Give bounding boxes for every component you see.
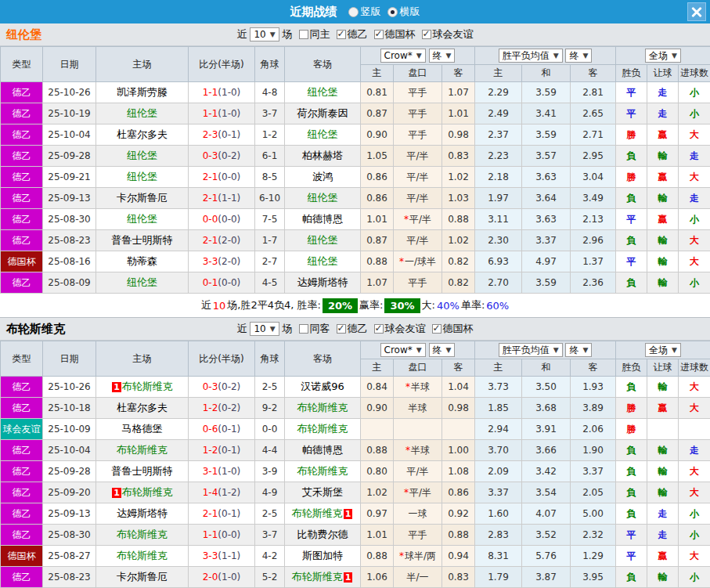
team-name-text: 波鸿 — [312, 171, 333, 182]
filter-same-away[interactable]: 同客 — [299, 322, 330, 336]
close-button[interactable] — [687, 2, 706, 21]
filter-same-home[interactable]: 同主 — [299, 27, 330, 41]
checkbox-icon[interactable] — [299, 324, 308, 334]
asian-final-select[interactable]: 终▼ — [429, 49, 456, 63]
filter-league-1[interactable]: 德乙 — [337, 322, 368, 336]
asian-home-odds-cell: 0.84 — [361, 377, 394, 398]
euro-away-odds-cell: 5.00 — [571, 503, 616, 525]
layout-option-horizontal[interactable]: 横版 — [387, 5, 420, 19]
checkbox-icon[interactable] — [299, 30, 308, 39]
live-line-star-icon: * — [399, 256, 404, 267]
score-cell: 2-1(0-1) — [189, 503, 255, 525]
winloss-result-cell: 平 — [616, 546, 647, 567]
match-date-cell: 25-10-19 — [43, 103, 96, 124]
goals-result-cell: 大 — [679, 461, 710, 482]
filter-league-2[interactable]: 德国杯 — [374, 27, 416, 41]
corner-score-cell: 1-7 — [255, 230, 285, 251]
goals-result-cell: 大 — [679, 230, 710, 251]
checkbox-icon[interactable] — [374, 30, 384, 39]
radio-unchecked-icon[interactable] — [348, 7, 359, 17]
asian-line-cell: *一/球半 — [394, 251, 442, 272]
euro-final-select[interactable]: 终▼ — [565, 49, 592, 63]
subcol-asian-line: 盘口 — [394, 359, 442, 377]
match-date-cell: 25-10-26 — [43, 82, 96, 103]
winloss-result-cell: 平 — [616, 251, 647, 272]
result-group-header: 全场▼ — [616, 341, 710, 359]
asian-away-odds-cell: 0.88 — [442, 525, 475, 546]
match-row: 德乙25-09-28普鲁士明斯特3-1(1-0)3-9布轮斯维克0.80平/半1… — [1, 461, 710, 482]
checkbox-icon[interactable] — [337, 30, 346, 39]
filter-league-3[interactable]: 球会友谊 — [422, 27, 474, 41]
match-count-select[interactable]: 10 ▼ — [250, 27, 279, 41]
filter-league-1[interactable]: 德乙 — [337, 27, 368, 41]
euro-away-odds-cell: 2.05 — [571, 482, 616, 503]
score-cell: 1-2(0-1) — [189, 440, 255, 461]
goals-result-cell: 大 — [679, 124, 710, 146]
corner-score-cell: 4-5 — [255, 272, 285, 294]
home-team-cell: 纽伦堡 — [96, 146, 189, 167]
asian-home-odds-cell: 0.97 — [361, 503, 394, 525]
filter-league-2[interactable]: 球会友谊 — [374, 322, 426, 336]
asian-home-odds-cell: 1.06 — [361, 567, 394, 588]
match-row: 德乙25-09-201布轮斯维克1-4(1-2)4-9艾禾斯堡1.02*平/半0… — [1, 482, 710, 503]
match-date-cell: 25-10-18 — [43, 398, 96, 419]
euro-draw-odds-cell: 4.97 — [522, 251, 571, 272]
away-team-cell: 荷尔斯泰因 — [285, 103, 361, 124]
red-card-badge: 1 — [112, 382, 121, 392]
subcol-euro-draw: 和 — [522, 65, 571, 82]
checkbox-icon[interactable] — [337, 324, 346, 334]
asian-line-cell: *半球 — [394, 377, 442, 398]
euro-home-odds-cell: 1.85 — [475, 398, 522, 419]
checkbox-icon[interactable] — [432, 324, 441, 334]
match-count-select[interactable]: 10 ▼ — [250, 322, 279, 336]
score-cell: 2-1(1-1) — [189, 188, 255, 209]
match-date-cell: 25-10-09 — [43, 419, 96, 440]
asian-home-odds-cell: 1.01 — [361, 209, 394, 230]
col-header-home: 主场 — [96, 47, 189, 82]
near-label: 近 — [236, 322, 247, 336]
team-name-text: 荷尔斯泰因 — [297, 107, 348, 119]
asian-odds-group-header: Crow*▼ 终▼ — [361, 341, 475, 359]
euro-odds-group-header: 胜平负均值▼ 终▼ — [475, 47, 616, 65]
match-row: 德乙25-08-23普鲁士明斯特2-1(2-0)1-7纽伦堡0.87平/半1.0… — [1, 230, 710, 251]
col-header-score: 比分(半场) — [189, 341, 255, 377]
away-team-cell: 汉诺威96 — [285, 377, 361, 398]
handicap-result-cell: 輸 — [647, 377, 679, 398]
euro-odds-select[interactable]: 胜平负均值▼ — [499, 49, 563, 63]
euro-draw-odds-cell: 3.54 — [522, 482, 571, 503]
winloss-result-cell: 平 — [616, 82, 647, 103]
euro-away-odds-cell: 2.13 — [571, 209, 616, 230]
asian-line-cell: 半/一 — [394, 567, 442, 588]
match-date-cell: 25-08-27 — [43, 546, 96, 567]
score-cell: 1-2(0-2) — [189, 398, 255, 419]
team-name-text: 布轮斯维克 — [117, 528, 168, 540]
euro-odds-select[interactable]: 胜平负均值▼ — [499, 343, 563, 357]
match-count-value: 10 — [254, 29, 265, 40]
away-team-cell: 布轮斯维克 — [285, 398, 361, 419]
away-team-cell: 帕德博恩 — [285, 440, 361, 461]
team-name-text: 纽伦堡 — [308, 192, 338, 204]
scope-select[interactable]: 全场▼ — [645, 49, 681, 63]
match-type-cell: 德乙 — [1, 82, 43, 103]
corner-score-cell: 6-10 — [255, 188, 285, 209]
match-row: 德乙25-10-04布轮斯维克1-2(0-1)4-4帕德博恩0.88*半球1.0… — [1, 440, 710, 461]
asian-line-cell: 平/半 — [394, 188, 442, 209]
score-cell: 2-0(1-0) — [189, 567, 255, 588]
euro-final-select[interactable]: 终▼ — [565, 343, 592, 357]
score-cell: 3-1(1-0) — [189, 461, 255, 482]
layout-option-vertical[interactable]: 竖版 — [348, 5, 381, 19]
match-date-cell: 25-09-28 — [43, 461, 96, 482]
checkbox-icon[interactable] — [422, 30, 431, 39]
euro-draw-odds-cell: 3.59 — [522, 124, 571, 146]
radio-checked-icon[interactable] — [387, 7, 398, 17]
filter-league-3[interactable]: 德国杯 — [432, 322, 474, 336]
bookmaker-select[interactable]: Crow*▼ — [380, 49, 426, 63]
bookmaker-select[interactable]: Crow*▼ — [380, 343, 426, 357]
winloss-result-cell: 勝 — [616, 419, 647, 440]
scope-select[interactable]: 全场▼ — [645, 343, 681, 357]
chevron-down-icon: ▼ — [416, 346, 422, 354]
asian-line-cell: 平/半 — [394, 461, 442, 482]
asian-final-select[interactable]: 终▼ — [429, 343, 456, 357]
subcol-asian-away: 客 — [442, 359, 475, 377]
checkbox-icon[interactable] — [374, 324, 384, 334]
